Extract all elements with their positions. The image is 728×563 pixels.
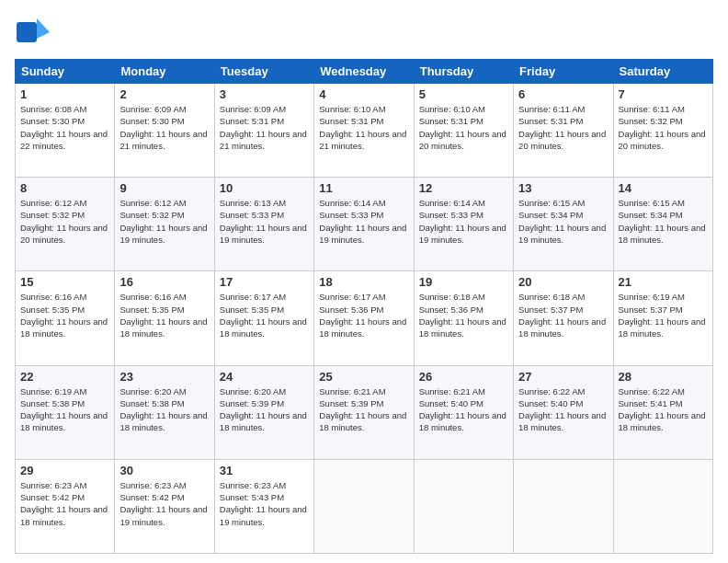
day-number: 21: [619, 275, 708, 289]
logo-icon: [15, 15, 50, 50]
logo: [15, 15, 53, 50]
calendar-cell: 1Sunrise: 6:08 AMSunset: 5:30 PMDaylight…: [16, 84, 115, 178]
day-header-wednesday: Wednesday: [314, 60, 414, 84]
day-number: 17: [220, 275, 309, 289]
day-info: Sunrise: 6:23 AMSunset: 5:42 PMDaylight:…: [20, 480, 108, 527]
calendar-week-5: 29Sunrise: 6:23 AMSunset: 5:42 PMDayligh…: [16, 459, 713, 553]
calendar-cell: 30Sunrise: 6:23 AMSunset: 5:42 PMDayligh…: [115, 459, 214, 553]
day-info: Sunrise: 6:11 AMSunset: 5:32 PMDaylight:…: [619, 104, 706, 151]
day-number: 16: [119, 275, 209, 289]
day-number: 14: [619, 181, 708, 195]
svg-marker-1: [37, 18, 50, 39]
day-number: 11: [319, 181, 408, 195]
day-info: Sunrise: 6:22 AMSunset: 5:40 PMDaylight:…: [518, 386, 606, 433]
day-number: 10: [220, 181, 309, 195]
day-info: Sunrise: 6:20 AMSunset: 5:39 PMDaylight:…: [220, 386, 307, 433]
calendar-cell: 10Sunrise: 6:13 AMSunset: 5:33 PMDayligh…: [214, 178, 313, 271]
day-number: 31: [220, 464, 309, 477]
day-number: 22: [20, 370, 109, 384]
calendar-cell: 22Sunrise: 6:19 AMSunset: 5:38 PMDayligh…: [16, 365, 115, 459]
calendar-cell: [613, 459, 712, 553]
day-info: Sunrise: 6:13 AMSunset: 5:33 PMDaylight:…: [220, 198, 307, 245]
day-number: 4: [319, 87, 408, 101]
calendar-cell: 23Sunrise: 6:20 AMSunset: 5:38 PMDayligh…: [115, 365, 214, 459]
calendar-cell: [514, 459, 613, 553]
calendar-cell: 6Sunrise: 6:11 AMSunset: 5:31 PMDaylight…: [514, 84, 613, 178]
day-number: 19: [419, 275, 508, 289]
day-number: 5: [419, 87, 508, 101]
day-info: Sunrise: 6:12 AMSunset: 5:32 PMDaylight:…: [20, 198, 108, 245]
svg-rect-0: [17, 22, 37, 42]
calendar-cell: 4Sunrise: 6:10 AMSunset: 5:31 PMDaylight…: [314, 84, 414, 178]
calendar-cell: 19Sunrise: 6:18 AMSunset: 5:36 PMDayligh…: [414, 271, 513, 365]
day-info: Sunrise: 6:17 AMSunset: 5:35 PMDaylight:…: [220, 292, 307, 339]
calendar-cell: 5Sunrise: 6:10 AMSunset: 5:31 PMDaylight…: [414, 84, 513, 178]
day-number: 18: [319, 275, 408, 289]
day-info: Sunrise: 6:20 AMSunset: 5:38 PMDaylight:…: [119, 386, 207, 433]
day-header-thursday: Thursday: [414, 60, 513, 84]
day-number: 1: [20, 87, 109, 101]
day-header-sunday: Sunday: [16, 60, 115, 84]
day-number: 2: [119, 87, 209, 101]
day-number: 28: [619, 370, 708, 384]
day-info: Sunrise: 6:08 AMSunset: 5:30 PMDaylight:…: [20, 104, 108, 151]
calendar-cell: 17Sunrise: 6:17 AMSunset: 5:35 PMDayligh…: [214, 271, 313, 365]
day-header-saturday: Saturday: [613, 60, 712, 84]
day-info: Sunrise: 6:14 AMSunset: 5:33 PMDaylight:…: [419, 198, 506, 245]
day-number: 13: [518, 181, 608, 195]
day-info: Sunrise: 6:15 AMSunset: 5:34 PMDaylight:…: [518, 198, 606, 245]
day-info: Sunrise: 6:17 AMSunset: 5:36 PMDaylight:…: [319, 292, 406, 339]
calendar-cell: 13Sunrise: 6:15 AMSunset: 5:34 PMDayligh…: [514, 178, 613, 271]
day-header-tuesday: Tuesday: [214, 60, 313, 84]
day-number: 8: [20, 181, 109, 195]
calendar-week-3: 15Sunrise: 6:16 AMSunset: 5:35 PMDayligh…: [16, 271, 713, 365]
calendar-header-row: SundayMondayTuesdayWednesdayThursdayFrid…: [16, 60, 713, 84]
calendar-cell: 29Sunrise: 6:23 AMSunset: 5:42 PMDayligh…: [16, 459, 115, 553]
day-info: Sunrise: 6:19 AMSunset: 5:37 PMDaylight:…: [619, 292, 706, 339]
calendar-cell: 9Sunrise: 6:12 AMSunset: 5:32 PMDaylight…: [115, 178, 214, 271]
calendar-week-4: 22Sunrise: 6:19 AMSunset: 5:38 PMDayligh…: [16, 365, 713, 459]
calendar-cell: 2Sunrise: 6:09 AMSunset: 5:30 PMDaylight…: [115, 84, 214, 178]
header: [15, 15, 713, 50]
calendar-cell: 21Sunrise: 6:19 AMSunset: 5:37 PMDayligh…: [613, 271, 712, 365]
calendar-cell: 18Sunrise: 6:17 AMSunset: 5:36 PMDayligh…: [314, 271, 414, 365]
day-info: Sunrise: 6:12 AMSunset: 5:32 PMDaylight:…: [119, 198, 207, 245]
day-info: Sunrise: 6:23 AMSunset: 5:43 PMDaylight:…: [220, 480, 307, 527]
day-number: 23: [119, 370, 209, 384]
calendar-cell: 7Sunrise: 6:11 AMSunset: 5:32 PMDaylight…: [613, 84, 712, 178]
day-number: 15: [20, 275, 109, 289]
day-header-friday: Friday: [514, 60, 613, 84]
calendar-cell: 16Sunrise: 6:16 AMSunset: 5:35 PMDayligh…: [115, 271, 214, 365]
day-number: 6: [518, 87, 608, 101]
day-header-monday: Monday: [115, 60, 214, 84]
day-info: Sunrise: 6:15 AMSunset: 5:34 PMDaylight:…: [619, 198, 706, 245]
calendar-cell: 12Sunrise: 6:14 AMSunset: 5:33 PMDayligh…: [414, 178, 513, 271]
day-number: 29: [20, 464, 109, 477]
calendar-cell: 26Sunrise: 6:21 AMSunset: 5:40 PMDayligh…: [414, 365, 513, 459]
day-number: 3: [220, 87, 309, 101]
day-info: Sunrise: 6:10 AMSunset: 5:31 PMDaylight:…: [319, 104, 406, 151]
day-number: 20: [518, 275, 608, 289]
day-info: Sunrise: 6:18 AMSunset: 5:37 PMDaylight:…: [518, 292, 606, 339]
calendar-cell: 14Sunrise: 6:15 AMSunset: 5:34 PMDayligh…: [613, 178, 712, 271]
day-info: Sunrise: 6:21 AMSunset: 5:40 PMDaylight:…: [419, 386, 506, 433]
calendar-week-2: 8Sunrise: 6:12 AMSunset: 5:32 PMDaylight…: [16, 178, 713, 271]
day-number: 30: [119, 464, 209, 477]
calendar-cell: [314, 459, 414, 553]
calendar-cell: 20Sunrise: 6:18 AMSunset: 5:37 PMDayligh…: [514, 271, 613, 365]
day-info: Sunrise: 6:16 AMSunset: 5:35 PMDaylight:…: [20, 292, 108, 339]
day-info: Sunrise: 6:23 AMSunset: 5:42 PMDaylight:…: [119, 480, 207, 527]
calendar-cell: 27Sunrise: 6:22 AMSunset: 5:40 PMDayligh…: [514, 365, 613, 459]
day-info: Sunrise: 6:19 AMSunset: 5:38 PMDaylight:…: [20, 386, 108, 433]
day-info: Sunrise: 6:14 AMSunset: 5:33 PMDaylight:…: [319, 198, 406, 245]
day-number: 26: [419, 370, 508, 384]
day-info: Sunrise: 6:09 AMSunset: 5:30 PMDaylight:…: [119, 104, 207, 151]
calendar-cell: 3Sunrise: 6:09 AMSunset: 5:31 PMDaylight…: [214, 84, 313, 178]
calendar-cell: 11Sunrise: 6:14 AMSunset: 5:33 PMDayligh…: [314, 178, 414, 271]
day-number: 7: [619, 87, 708, 101]
day-info: Sunrise: 6:21 AMSunset: 5:39 PMDaylight:…: [319, 386, 406, 433]
calendar-cell: 24Sunrise: 6:20 AMSunset: 5:39 PMDayligh…: [214, 365, 313, 459]
calendar-cell: 8Sunrise: 6:12 AMSunset: 5:32 PMDaylight…: [16, 178, 115, 271]
day-number: 24: [220, 370, 309, 384]
calendar-cell: 31Sunrise: 6:23 AMSunset: 5:43 PMDayligh…: [214, 459, 313, 553]
